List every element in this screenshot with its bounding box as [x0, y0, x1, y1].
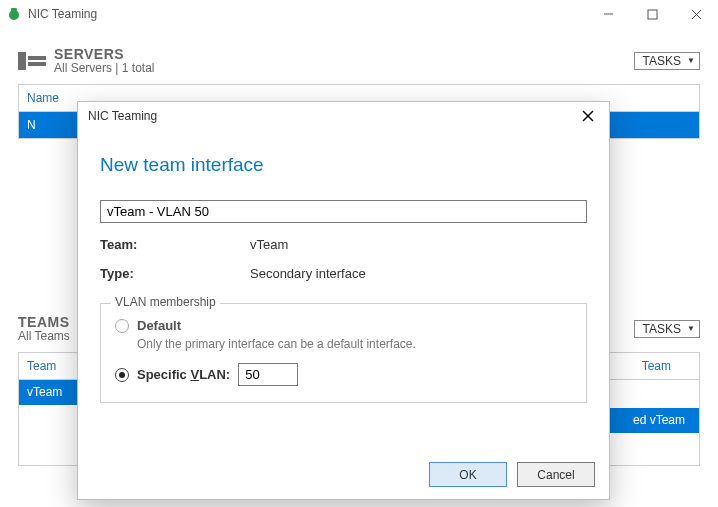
group-legend: VLAN membership — [111, 295, 220, 309]
cancel-button[interactable]: Cancel — [517, 462, 595, 487]
radio-icon — [115, 368, 129, 382]
vlan-membership-group: VLAN membership Default Only the primary… — [100, 303, 587, 403]
team-label: Team: — [100, 237, 250, 252]
radio-default: Default — [115, 318, 572, 333]
radio-icon — [115, 319, 129, 333]
dialog-title: NIC Teaming — [88, 109, 157, 123]
dialog-heading: New team interface — [100, 154, 587, 176]
type-label: Type: — [100, 266, 250, 281]
ok-label: OK — [459, 468, 476, 482]
default-hint: Only the primary interface can be a defa… — [137, 337, 572, 351]
new-team-interface-dialog: NIC Teaming New team interface Team: vTe… — [77, 101, 610, 500]
specific-vlan-label: Specific VLAN: — [137, 367, 230, 382]
default-label: Default — [137, 318, 181, 333]
radio-specific-vlan[interactable]: Specific VLAN: — [115, 363, 572, 386]
main-window: NIC Teaming SERVERS All Servers | 1 tota… — [0, 0, 718, 507]
type-value: Secondary interface — [250, 266, 366, 281]
team-value: vTeam — [250, 237, 288, 252]
close-icon — [582, 110, 594, 122]
cancel-label: Cancel — [537, 468, 574, 482]
vlan-id-input[interactable] — [238, 363, 298, 386]
ok-button[interactable]: OK — [429, 462, 507, 487]
interface-name-input[interactable] — [100, 200, 587, 223]
dialog-close-button[interactable] — [567, 102, 609, 130]
